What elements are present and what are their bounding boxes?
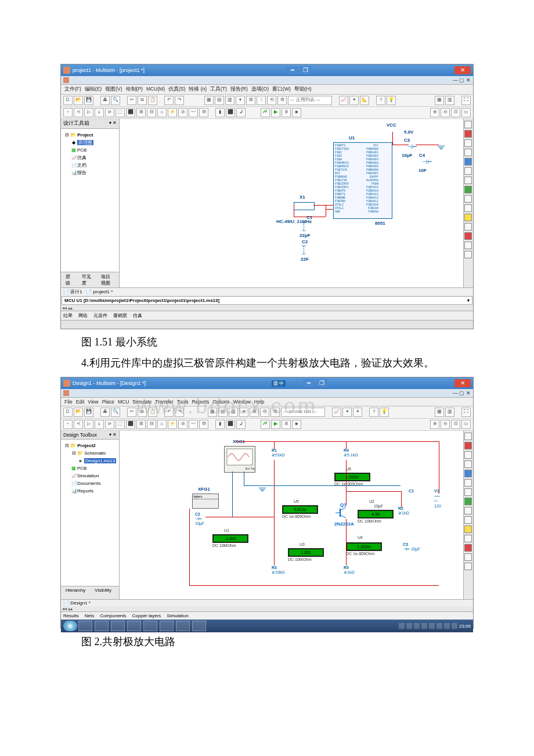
instr-10[interactable]	[464, 204, 472, 212]
instr-4[interactable]	[464, 149, 472, 156]
instr-2[interactable]	[464, 442, 472, 449]
tree-documents[interactable]: 📄Documents	[63, 480, 117, 487]
probe-u1[interactable]: -1.892	[212, 534, 248, 543]
grapher-icon[interactable]: 📈	[339, 96, 348, 105]
panel-pin-icon[interactable]: ▾ ✕	[109, 120, 117, 127]
tray-icon-6[interactable]	[436, 623, 442, 629]
tab-simulation[interactable]: Simulation	[167, 613, 188, 618]
doc-tab-2[interactable]: project1 *	[93, 289, 113, 294]
help-qmark-icon[interactable]: ?	[376, 96, 385, 105]
component5-icon[interactable]: ⊞	[246, 96, 255, 105]
instr-15[interactable]	[464, 563, 472, 570]
b16-icon[interactable]: ⬛	[226, 420, 235, 429]
instr-12[interactable]	[464, 535, 472, 542]
instr-1[interactable]	[464, 433, 472, 440]
bus-icon[interactable]: ▮	[215, 108, 225, 117]
design-tree[interactable]: ⊟📁 Project ◆原理图 ▦PCB 📈仿真 📄文档 📊报告	[61, 129, 119, 272]
maximize-button[interactable]: ❐	[300, 66, 311, 74]
zoom-fit-icon[interactable]: ▭	[461, 108, 471, 117]
doc-window-controls[interactable]: — ▢ ✕	[453, 390, 471, 396]
component8-icon[interactable]: ⚙	[277, 96, 287, 105]
tab-hierarchy[interactable]: Hierarchy	[63, 587, 88, 599]
menu-tools[interactable]: 工具(T)	[210, 86, 227, 93]
view-mode1-icon[interactable]: ▦	[435, 96, 444, 105]
instr-8[interactable]	[464, 498, 472, 505]
tree-root[interactable]: ⊟📁 Project2	[63, 442, 117, 449]
tab-visibility[interactable]: 可见度	[80, 273, 94, 287]
vm2-icon[interactable]: ▥	[445, 408, 454, 417]
menu-reports[interactable]: 报告(R)	[230, 86, 248, 93]
instr-9[interactable]	[464, 195, 472, 203]
close-button[interactable]: ✕	[454, 66, 471, 74]
jct-icon[interactable]: 𝙅	[236, 108, 246, 117]
misc2-icon[interactable]: ⊘	[178, 108, 187, 117]
schematic-canvas[interactable]: VCC 5.0V U1 C3 ⊣⊢ 10µF C4 ⊣⊢ 10F P1B0T2 …	[120, 119, 463, 287]
instr-5[interactable]	[464, 470, 472, 477]
function-generator[interactable]: Agilent	[192, 494, 219, 509]
run-icon[interactable]: 🗲	[261, 420, 270, 429]
task-app4[interactable]	[176, 621, 190, 631]
ttl-icon[interactable]: ⬚	[116, 108, 125, 117]
instr-13[interactable]	[464, 544, 472, 552]
probe-u3[interactable]: 1.261	[288, 548, 324, 557]
task-folder[interactable]	[111, 621, 125, 631]
tray-clock[interactable]: 23:09	[459, 624, 471, 629]
instr-13[interactable]	[464, 232, 472, 240]
cut-icon[interactable]: ✂	[127, 96, 136, 105]
print-icon[interactable]: 🖶	[100, 408, 110, 417]
tab-components[interactable]: Components	[100, 613, 126, 618]
menu-place[interactable]: 绘制(P)	[126, 86, 143, 93]
oscilloscope[interactable]: Ext Trig	[224, 446, 255, 473]
doc-window-controls[interactable]: — ▢ ✕	[453, 77, 471, 83]
document-tabs[interactable]: 📄 Design1 *	[61, 599, 473, 606]
instr-11[interactable]	[464, 214, 472, 221]
instr-2[interactable]	[464, 130, 472, 138]
b8-icon[interactable]: ⊞	[136, 420, 146, 429]
task-app3[interactable]	[160, 621, 174, 631]
maximize-button[interactable]: ❐	[316, 379, 327, 387]
b1-icon[interactable]: ÷	[63, 420, 73, 429]
basic-icon[interactable]: ÷	[63, 108, 73, 117]
document-tabs[interactable]: 📄 设计1 📄 project1 *	[61, 287, 473, 296]
task-ie[interactable]	[95, 621, 109, 631]
menu-view[interactable]: 视图(V)	[105, 86, 122, 93]
source-icon[interactable]: ≺	[74, 108, 83, 117]
menu-transfer[interactable]: 转移 (n)	[189, 86, 207, 93]
b15-icon[interactable]: ▮	[215, 420, 225, 429]
b2-icon[interactable]: ≺	[74, 420, 83, 429]
b9-icon[interactable]: ⊟	[147, 420, 156, 429]
menu-view[interactable]: View	[88, 399, 98, 405]
instr-12[interactable]	[464, 223, 472, 231]
cut-icon[interactable]: ✂	[127, 408, 136, 417]
menu-file[interactable]: 文件(F)	[64, 86, 81, 93]
preview-icon[interactable]: 🔍	[111, 408, 120, 417]
component-icon[interactable]: ▦	[204, 96, 214, 105]
doc-tab-1[interactable]: Design1 *	[70, 600, 91, 606]
close-button[interactable]: ✕	[454, 379, 471, 387]
redo-icon[interactable]: ↷	[175, 96, 184, 105]
tab-components[interactable]: 元器件	[93, 312, 107, 319]
elec-mech-icon[interactable]: ⚙	[199, 108, 208, 117]
menu-window[interactable]: 窗口(W)	[272, 86, 291, 93]
tree-pcb[interactable]: ▦PCB	[63, 465, 117, 472]
save-icon[interactable]: 💾	[84, 408, 93, 417]
cmos-icon[interactable]: ⬛	[126, 108, 135, 117]
component7-icon[interactable]: ⟲	[267, 96, 276, 105]
tree-schematic[interactable]: ◆原理图	[63, 139, 117, 146]
instrument-strip[interactable]	[463, 431, 473, 599]
zoom-out-icon[interactable]: ⊖	[441, 420, 450, 429]
trans-icon[interactable]: ⫰	[95, 108, 104, 117]
probe-u6[interactable]: 1.292m	[334, 473, 370, 481]
tab-nets[interactable]: 网络	[78, 312, 88, 319]
tree-root[interactable]: ⊟📁 Project	[63, 131, 117, 139]
component2-icon[interactable]: ▤	[215, 96, 224, 105]
zoom-fit-icon[interactable]: ▭	[461, 420, 471, 429]
menu-place[interactable]: Place	[102, 399, 114, 405]
tree-simulation[interactable]: 📈Simulation	[63, 472, 117, 480]
instr-5[interactable]	[464, 158, 472, 165]
full-icon[interactable]: ⛶	[461, 408, 471, 417]
menubar[interactable]: 文件(F) 编辑(E) 视图(V) 绘制(P) MCU(M) 仿真(S) 转移 …	[61, 85, 473, 95]
new-icon[interactable]: 🗋	[63, 96, 73, 105]
tree-documents[interactable]: 📄文档	[63, 161, 117, 169]
tree-design-file[interactable]: ▸Design1.ms13	[63, 457, 117, 465]
